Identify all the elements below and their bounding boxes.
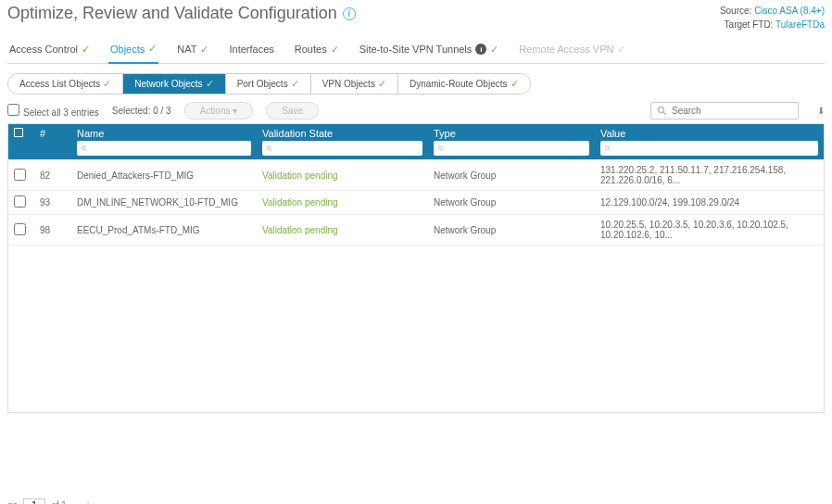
objects-table: # Name Validation State Type Value <box>7 123 825 413</box>
search-icon <box>437 145 445 153</box>
main-tabs: Access Control✓ Objects✓ NAT✓ Interfaces… <box>7 33 825 64</box>
check-icon: ✓ <box>490 44 498 56</box>
tab-routes[interactable]: Routes✓ <box>293 39 341 63</box>
pill-access-list-objects[interactable]: Access List Objects✓ <box>8 74 123 94</box>
check-icon: ✓ <box>200 44 208 56</box>
tab-label: Interfaces <box>229 44 273 55</box>
check-icon: ✓ <box>103 78 111 90</box>
tab-label: Site-to-Site VPN Tunnels <box>359 44 473 55</box>
svg-line-9 <box>609 149 611 151</box>
row-validation: Validation pending <box>257 160 428 191</box>
pager-label: ge <box>7 500 18 504</box>
actions-button: Actions ▾ <box>184 102 254 120</box>
row-num: 82 <box>34 160 71 191</box>
target-link[interactable]: TulareFTDa <box>775 19 825 30</box>
selected-count: Selected: 0 / 3 <box>112 106 171 116</box>
tab-site-to-site-vpn[interactable]: Site-to-Site VPN Tunnelsi✓ <box>358 39 501 63</box>
table-row[interactable]: 82 Denied_Attackers-FTD_MIG Validation p… <box>8 160 824 191</box>
svg-line-3 <box>85 149 87 151</box>
tab-label: Remote Access VPN <box>519 44 613 55</box>
pill-label: Port Objects <box>237 79 288 89</box>
pill-label: Network Objects <box>134 79 202 89</box>
filter-name[interactable] <box>77 141 251 156</box>
pager-last[interactable]: ▸| <box>82 500 90 504</box>
col-header-num: # <box>34 124 71 160</box>
filter-type-input[interactable] <box>448 142 586 155</box>
select-all-text: Select all 3 entries <box>23 107 99 118</box>
row-num: 98 <box>34 215 71 246</box>
check-icon: ✓ <box>82 44 90 56</box>
header-checkbox[interactable] <box>14 128 23 137</box>
row-num: 93 <box>34 191 71 215</box>
pill-vpn-objects[interactable]: VPN Objects✓ <box>311 74 398 94</box>
row-value: 131.220.25.2, 211.50.11.7, 217.216.254.1… <box>595 160 824 191</box>
search-icon <box>266 145 273 153</box>
info-badge-icon: i <box>475 44 486 55</box>
target-label: Target FTD: <box>725 19 774 30</box>
row-checkbox[interactable] <box>14 169 26 181</box>
page-title-text: Optimize, Review and Validate Configurat… <box>7 4 337 23</box>
source-label: Source: <box>720 6 751 16</box>
col-header-validation-label: Validation State <box>262 128 333 139</box>
row-checkbox[interactable] <box>14 223 26 235</box>
filter-validation-input[interactable] <box>276 142 419 155</box>
header-meta: Source: Cisco ASA (8.4+) Target FTD: Tul… <box>720 4 825 32</box>
svg-line-1 <box>663 112 666 115</box>
filter-value[interactable] <box>600 141 818 156</box>
row-checkbox[interactable] <box>14 195 26 208</box>
row-value: 12.129.100.0/24, 199.108.29.0/24 <box>595 191 824 215</box>
search-icon <box>81 145 88 153</box>
col-header-name: Name <box>71 124 257 160</box>
pill-label: Dynamic-Route Objects <box>410 79 508 89</box>
subtab-pills: Access List Objects✓ Network Objects✓ Po… <box>7 73 531 94</box>
row-type: Network Group <box>428 215 595 246</box>
table-row[interactable]: 93 DM_INLINE_NETWORK_10-FTD_MIG Validati… <box>8 191 824 215</box>
search-input-wrap[interactable] <box>650 102 799 120</box>
search-input[interactable] <box>672 106 792 116</box>
row-value: 10.20.25.5, 10.20.3.5, 10.20.3.6, 10.20.… <box>595 215 824 246</box>
search-icon <box>604 145 612 153</box>
svg-point-8 <box>605 145 609 149</box>
svg-line-7 <box>442 149 444 151</box>
source-link[interactable]: Cisco ASA (8.4+) <box>754 6 825 16</box>
table-row[interactable]: 98 EECU_Prod_ATMs-FTD_MIG Validation pen… <box>8 215 824 246</box>
pill-dynamic-route-objects[interactable]: Dynamic-Route Objects✓ <box>398 74 530 94</box>
pager-of: of 1 <box>51 500 67 504</box>
svg-point-4 <box>267 145 271 149</box>
info-icon[interactable]: i <box>343 7 356 20</box>
select-all-checkbox[interactable] <box>7 104 19 116</box>
filter-validation[interactable] <box>262 141 422 156</box>
filter-name-input[interactable] <box>91 142 247 155</box>
pager-next[interactable]: ▸ <box>72 500 77 504</box>
check-icon: ✓ <box>511 78 519 90</box>
pager-page-input[interactable] <box>23 498 45 505</box>
check-icon: ✓ <box>617 44 625 56</box>
check-icon: ✓ <box>206 78 214 90</box>
pill-network-objects[interactable]: Network Objects✓ <box>123 74 225 94</box>
tab-remote-access-vpn: Remote Access VPN✓ <box>517 39 627 63</box>
page-title: Optimize, Review and Validate Configurat… <box>7 4 356 23</box>
tab-label: Routes <box>295 44 327 55</box>
svg-line-5 <box>271 149 272 151</box>
select-all-label[interactable]: Select all 3 entries <box>7 104 99 118</box>
save-button: Save <box>266 102 319 120</box>
tab-label: Objects <box>110 44 145 55</box>
filter-value-input[interactable] <box>615 142 814 155</box>
filter-type[interactable] <box>434 141 589 156</box>
tab-nat[interactable]: NAT✓ <box>175 39 210 63</box>
row-type: Network Group <box>428 160 595 191</box>
table-empty-space <box>8 246 824 412</box>
tab-objects[interactable]: Objects✓ <box>108 39 158 64</box>
pill-port-objects[interactable]: Port Objects✓ <box>226 74 311 94</box>
tab-access-control[interactable]: Access Control✓ <box>7 39 92 63</box>
tab-interfaces[interactable]: Interfaces <box>227 39 275 63</box>
svg-point-6 <box>438 145 442 149</box>
search-icon <box>657 106 667 116</box>
download-icon[interactable]: ⬇ <box>817 106 825 116</box>
check-icon: ✓ <box>378 78 386 90</box>
col-header-type: Type <box>428 124 595 160</box>
tab-label: NAT <box>177 44 196 55</box>
pill-label: Access List Objects <box>19 79 100 89</box>
col-header-value-label: Value <box>600 128 625 139</box>
col-header-value: Value <box>595 124 824 160</box>
